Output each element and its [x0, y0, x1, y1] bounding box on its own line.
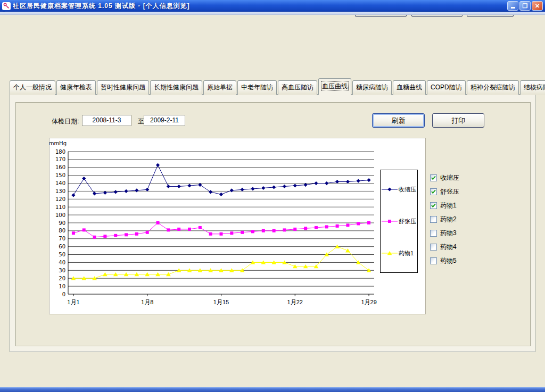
svg-text:50: 50 — [59, 252, 65, 257]
legend-entry-收缩压: 收缩压 — [382, 186, 416, 194]
series-toggle-label: 药物5 — [440, 256, 457, 265]
svg-text:10: 10 — [59, 283, 65, 289]
refresh-button[interactable]: 刷新 — [372, 113, 425, 128]
svg-text:60: 60 — [59, 244, 65, 249]
svg-text:170: 170 — [55, 156, 65, 162]
series-toggle-label: 药物3 — [440, 229, 457, 238]
tab-血压曲线[interactable]: 血压曲线 — [318, 78, 351, 95]
series-toggle-label: 舒张压 — [440, 187, 459, 196]
diamond-marker-icon — [382, 187, 398, 192]
checkbox-checked-icon[interactable] — [430, 202, 437, 209]
svg-text:110: 110 — [55, 204, 65, 210]
legend-label: 药物1 — [399, 249, 414, 257]
series-toggle-label: 药物4 — [440, 243, 457, 252]
svg-text:160: 160 — [55, 164, 65, 170]
tab-label: 高血压随访 — [282, 84, 313, 91]
tab-原始单据[interactable]: 原始单据 — [203, 80, 236, 95]
window-title: 社区居民健康档案管理系统 1.05 测试版 - [个人信息浏览] — [13, 2, 507, 11]
svg-text:120: 120 — [55, 196, 65, 202]
checkbox-unchecked-icon[interactable] — [430, 230, 437, 237]
bp-line-chart: 0102030405060708090100110120130140150160… — [49, 138, 425, 314]
date-to-input[interactable]: 2009-2-11 — [144, 115, 185, 126]
series-toggle-舒张压[interactable]: 舒张压 — [430, 185, 459, 198]
tab-结核病随访[interactable]: 结核病随访 — [520, 80, 545, 95]
series-toggle-label: 药物1 — [440, 201, 457, 210]
tab-label: 血压曲线 — [322, 82, 348, 90]
title-bar: 社区居民健康档案管理系统 1.05 测试版 - [个人信息浏览] ❐ ✕ — [0, 0, 545, 12]
legend-entry-舒张压: 舒张压 — [382, 218, 416, 226]
chart-legend: 收缩压舒张压药物1 — [380, 170, 418, 273]
svg-text:180: 180 — [55, 149, 65, 155]
tab-健康年检表[interactable]: 健康年检表 — [56, 80, 96, 95]
key-icon — [3, 3, 10, 9]
checkbox-checked-icon[interactable] — [430, 174, 437, 181]
minimize-button[interactable] — [507, 1, 518, 11]
tab-label: 个人一般情况 — [13, 84, 52, 91]
series-toggle-药物5[interactable]: 药物5 — [430, 254, 459, 268]
series-toggle-药物3[interactable]: 药物3 — [430, 226, 459, 240]
svg-text:80: 80 — [59, 228, 65, 233]
tab-label: 长期性健康问题 — [154, 84, 199, 91]
svg-text:1月1: 1月1 — [67, 299, 79, 305]
checkbox-checked-icon[interactable] — [430, 188, 437, 195]
checkbox-unchecked-icon[interactable] — [430, 216, 437, 223]
series-toggle-药物2[interactable]: 药物2 — [430, 212, 459, 226]
svg-text:150: 150 — [55, 172, 65, 178]
tab-label: 健康年检表 — [60, 84, 92, 91]
series-toggle-list: 收缩压舒张压药物1药物2药物3药物4药物5 — [430, 171, 459, 268]
tab-label: 血糖曲线 — [397, 84, 422, 91]
exam-date-label: 体检日期: — [52, 117, 79, 126]
series-toggle-label: 药物2 — [440, 215, 457, 224]
svg-text:130: 130 — [55, 188, 65, 194]
svg-text:90: 90 — [59, 220, 65, 226]
series-toggle-药物1[interactable]: 药物1 — [430, 198, 459, 212]
tab-label: 糖尿病随访 — [356, 84, 388, 91]
triangle-marker-icon — [382, 251, 398, 256]
app-window: 社区居民健康档案管理系统 1.05 测试版 - [个人信息浏览] ❐ ✕ 文件(… — [0, 0, 545, 392]
window-frame-bottom — [0, 387, 545, 392]
close-button[interactable]: ✕ — [532, 1, 543, 11]
checkbox-unchecked-icon[interactable] — [430, 257, 437, 264]
series-toggle-药物4[interactable]: 药物4 — [430, 240, 459, 254]
blood-pressure-curve-page: 体检日期: 2008-11-3 至 2009-2-11 刷新 打印 010203… — [10, 94, 535, 352]
svg-text:100: 100 — [55, 212, 65, 218]
tab-label: 中老年随访 — [241, 84, 273, 91]
app-icon — [2, 2, 11, 10]
tab-label: 精神分裂症随访 — [470, 84, 515, 91]
svg-text:70: 70 — [59, 236, 65, 241]
restore-button[interactable]: ❐ — [519, 1, 531, 11]
tab-label: 暂时性健康问题 — [101, 84, 145, 91]
legend-entry-药物1: 药物1 — [382, 249, 414, 257]
legend-label: 舒张压 — [399, 218, 416, 226]
svg-text:20: 20 — [59, 276, 65, 281]
svg-text:140: 140 — [55, 180, 65, 186]
tab-精神分裂症随访[interactable]: 精神分裂症随访 — [467, 80, 519, 95]
tab-label: 结核病随访 — [524, 84, 545, 91]
svg-text:mmHg: mmHg — [49, 140, 67, 146]
tab-暂时性健康问题[interactable]: 暂时性健康问题 — [97, 80, 149, 95]
svg-text:0: 0 — [62, 291, 65, 297]
tab-长期性健康问题[interactable]: 长期性健康问题 — [150, 80, 202, 95]
tab-个人一般情况[interactable]: 个人一般情况 — [10, 80, 55, 95]
date-from-input[interactable]: 2008-11-3 — [82, 115, 131, 126]
tab-糖尿病随访[interactable]: 糖尿病随访 — [352, 80, 392, 95]
panel-print-button[interactable]: 打印 — [432, 113, 484, 128]
svg-text:1月29: 1月29 — [361, 299, 376, 305]
svg-text:1月22: 1月22 — [287, 299, 303, 305]
tab-COPD随访[interactable]: COPD随访 — [427, 80, 466, 95]
svg-text:1月8: 1月8 — [141, 299, 153, 305]
bp-chart-panel: 0102030405060708090100110120130140150160… — [49, 138, 426, 314]
square-marker-icon — [382, 219, 398, 224]
tab-中老年随访[interactable]: 中老年随访 — [237, 80, 277, 95]
legend-label: 收缩压 — [399, 186, 416, 194]
svg-text:40: 40 — [59, 260, 65, 265]
tab-bar: 个人一般情况健康年检表暂时性健康问题长期性健康问题原始单据中老年随访高血压随访血… — [10, 78, 545, 95]
checkbox-unchecked-icon[interactable] — [430, 244, 437, 251]
series-toggle-收缩压[interactable]: 收缩压 — [430, 171, 459, 185]
svg-text:1月15: 1月15 — [213, 299, 229, 305]
svg-text:30: 30 — [59, 268, 65, 273]
tab-血糖曲线[interactable]: 血糖曲线 — [393, 80, 426, 95]
tab-高血压随访[interactable]: 高血压随访 — [278, 80, 317, 95]
tab-label: COPD随访 — [431, 84, 462, 91]
series-toggle-label: 收缩压 — [440, 173, 459, 182]
